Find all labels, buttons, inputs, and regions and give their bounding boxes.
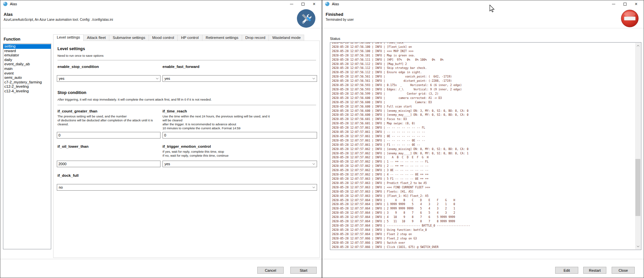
titlebar[interactable]: Alas ✕	[0, 0, 322, 8]
tools-icon	[297, 9, 315, 28]
footer-divider	[322, 259, 644, 259]
maximize-icon	[624, 3, 626, 6]
enable-fast-forward-select[interactable]: yes	[162, 75, 317, 82]
run-status-title: Finished	[326, 12, 343, 17]
if-oil-lower-than-input[interactable]	[57, 161, 161, 167]
scroll-down-icon[interactable]	[635, 244, 641, 249]
function-list-item[interactable]: semi_auto	[3, 76, 51, 80]
if-oil-lower-than-label: if_oil_lower_than	[57, 144, 89, 148]
selected-value: yes	[57, 77, 154, 80]
stop-condition-title: Stop condition	[57, 90, 86, 95]
app-header: Alas AzurLaneAutoScript, An Azur Lane au…	[0, 8, 322, 28]
function-list[interactable]: settingrewardemulatordailyevent_daily_ab…	[3, 44, 51, 249]
function-list-item[interactable]: main	[3, 67, 51, 71]
if-time-reach-input[interactable]	[162, 132, 317, 139]
if-count-greater-than-input[interactable]	[57, 132, 161, 139]
window-title: Alas	[10, 2, 17, 6]
tab[interactable]: Mood control	[149, 35, 178, 41]
function-list-item[interactable]: c12-2_leveling	[3, 84, 51, 89]
enable-stop-condition-select[interactable]: yes	[57, 75, 161, 82]
titlebar[interactable]: Alas ✕	[322, 0, 644, 8]
chevron-down-icon	[311, 187, 317, 188]
footer-divider	[0, 259, 322, 259]
selected-value: yes	[163, 77, 311, 80]
tab[interactable]: Wasteland mode	[269, 35, 304, 41]
window-controls: ✕	[608, 0, 642, 8]
cancel-button[interactable]: Cancel	[257, 267, 284, 274]
app-icon	[325, 2, 330, 6]
run-status-subtitle: Terminated by user	[326, 18, 354, 21]
minimize-button[interactable]	[608, 0, 619, 8]
if-time-reach-desc: Use the time within the next 24 hours, t…	[162, 114, 318, 130]
tab[interactable]: Drop record	[242, 35, 269, 41]
chevron-down-icon	[154, 78, 160, 79]
if-trigger-emotion-control-desc: If yes, wait for reply, complete this ti…	[162, 150, 318, 158]
log-scrollbar[interactable]	[635, 43, 641, 249]
if-dock-full-select[interactable]: no	[57, 184, 317, 191]
stop-icon	[621, 9, 639, 28]
log-text: 2020-05-28 12:07:56.100 | INFO | fleet_l…	[332, 42, 470, 249]
status-label: Status	[330, 37, 340, 41]
tab[interactable]: Retirement settings	[202, 35, 242, 41]
selected-value: yes	[163, 162, 311, 166]
level-settings-panel: Level settings Need to run once to save …	[53, 41, 320, 258]
function-label: Function	[4, 37, 20, 42]
function-list-item[interactable]: c12-4_leveling	[3, 89, 51, 94]
window-title: Alas	[332, 2, 339, 6]
page-title: Alas	[4, 12, 13, 17]
close-button[interactable]: ✕	[630, 0, 642, 8]
app-icon	[3, 2, 8, 6]
log-output[interactable]: 2020-05-28 12:07:56.100 | INFO | fleet_l…	[330, 42, 641, 250]
close-button[interactable]: ✕	[308, 0, 320, 8]
restart-button[interactable]: Restart	[583, 267, 606, 274]
minimize-icon	[612, 4, 615, 4]
if-time-reach-label: if_time_reach	[162, 109, 187, 113]
tab[interactable]: Submarine settings	[109, 35, 149, 41]
function-list-item[interactable]: emulator	[3, 53, 51, 58]
if-count-greater-than-desc: The previous setting will be used, and t…	[57, 114, 162, 126]
function-list-item[interactable]: event_daily_ab	[3, 62, 51, 67]
start-button[interactable]: Start	[290, 267, 317, 274]
function-list-item[interactable]: reward	[3, 49, 51, 53]
chevron-down-icon	[311, 163, 317, 165]
function-list-item[interactable]: setting	[3, 44, 51, 49]
function-list-item[interactable]: event	[3, 71, 51, 76]
enable-stop-condition-label: enable_stop_condition	[57, 65, 99, 69]
function-list-item[interactable]: c7-2_mystery_farming	[3, 80, 51, 85]
chevron-down-icon	[311, 78, 317, 79]
scrollbar-thumb[interactable]	[635, 159, 640, 216]
section-title: Level settings	[57, 46, 85, 51]
divider	[57, 105, 316, 105]
tab[interactable]: Attack fleet	[84, 35, 109, 41]
stop-condition-desc: After triggering, it will not stop immed…	[57, 98, 315, 102]
minimize-button[interactable]	[286, 0, 297, 8]
tab[interactable]: HP control	[178, 35, 202, 41]
enable-fast-forward-label: enable_fast_forward	[162, 65, 199, 69]
alas-log-window: Alas ✕ Finished Terminated by user	[322, 0, 644, 278]
if-count-greater-than-label: if_count_greater_than	[57, 109, 97, 113]
edit-button[interactable]: Edit	[555, 267, 578, 274]
divider	[57, 60, 316, 60]
selected-value: no	[57, 185, 311, 189]
maximize-button[interactable]	[297, 0, 308, 8]
function-list-item[interactable]: daily	[3, 58, 51, 62]
tab[interactable]: Level settings	[53, 34, 84, 41]
alas-config-window: Alas ✕ Alas AzurLaneAutoScript, An Azur …	[0, 0, 322, 278]
close-run-button[interactable]: Close	[612, 267, 635, 274]
maximize-icon	[302, 3, 304, 6]
minimize-icon	[290, 4, 293, 4]
maximize-button[interactable]	[619, 0, 630, 8]
scroll-up-icon[interactable]	[635, 43, 641, 48]
section-desc: Need to run once to save options	[57, 54, 103, 58]
if-trigger-emotion-control-label: if_trigger_emotion_control	[162, 144, 211, 148]
if-dock-full-label: if_dock_full	[57, 173, 79, 177]
window-controls: ✕	[286, 0, 320, 8]
page-subtitle: AzurLaneAutoScript, An Azur Lane automat…	[4, 18, 113, 21]
desktop: Alas ✕ Alas AzurLaneAutoScript, An Azur …	[0, 0, 644, 278]
if-trigger-emotion-control-select[interactable]: yes	[162, 161, 317, 167]
tab-bar: Level settingsAttack fleetSubmarine sett…	[53, 35, 304, 41]
app-header: Finished Terminated by user	[322, 8, 644, 28]
